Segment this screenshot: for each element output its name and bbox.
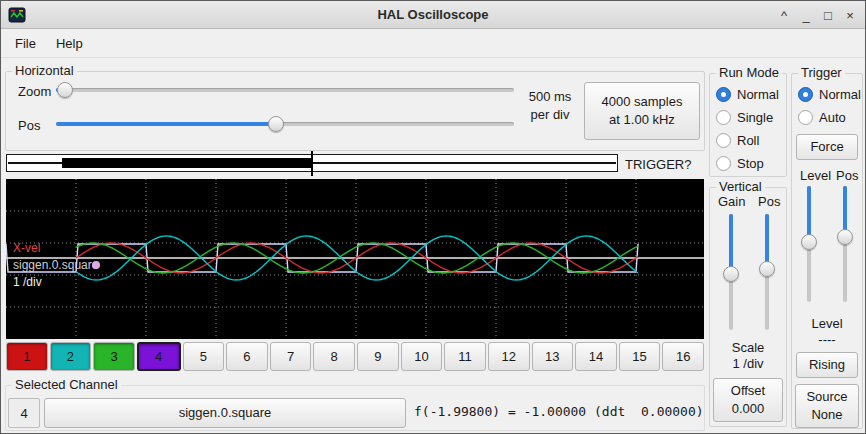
channel-number: 7 (287, 349, 294, 364)
trigger-level-caption: Level (792, 316, 862, 331)
channel-button-16[interactable]: 16 (662, 342, 704, 371)
minimize-button[interactable]: _ (795, 4, 817, 26)
record-captured-bar (62, 158, 312, 168)
pos-slider[interactable] (56, 114, 514, 134)
radio-icon[interactable] (716, 110, 731, 125)
run-mode-stop[interactable]: Stop (716, 155, 764, 171)
trigger-level-value: ---- (792, 332, 862, 347)
pos-slider-fill (56, 122, 276, 126)
channel-number: 5 (200, 349, 207, 364)
channel-source-button[interactable]: siggen.0.square (44, 398, 406, 428)
channel-button-7[interactable]: 7 (270, 342, 312, 371)
radio-icon[interactable] (716, 156, 731, 171)
samples-line2: at 1.00 kHz (609, 111, 675, 129)
channel-number: 13 (545, 349, 559, 364)
shade-button[interactable]: ^ (773, 4, 795, 26)
selected-channel-number: 4 (8, 398, 40, 428)
radio-icon[interactable] (716, 133, 731, 148)
selected-channel-label: Selected Channel (12, 377, 121, 392)
trigger-auto[interactable]: Auto (798, 109, 846, 125)
channel-button-8[interactable]: 8 (313, 342, 355, 371)
trace-scale-label: 1 /div (13, 275, 42, 289)
channel-button-13[interactable]: 13 (532, 342, 574, 371)
menu-item-file[interactable]: File (5, 32, 46, 55)
force-button[interactable]: Force (796, 134, 858, 160)
horizontal-group: Horizontal Zoom Pos 500 ms per div 4000 … (5, 71, 705, 151)
trigger-source-caption: Source (806, 388, 847, 406)
vertical-pos-slider-handle[interactable] (759, 261, 775, 277)
gain-slider-handle[interactable] (723, 266, 739, 282)
run-mode-group-label: Run Mode (716, 65, 782, 80)
trigger-pos-slider[interactable] (836, 186, 854, 302)
channel-button-11[interactable]: 11 (444, 342, 486, 371)
channel-button-12[interactable]: 12 (488, 342, 530, 371)
offset-caption: Offset (731, 382, 765, 400)
zoom-label: Zoom (18, 84, 51, 99)
channel-button-14[interactable]: 14 (575, 342, 617, 371)
trigger-level-slider-handle[interactable] (801, 234, 817, 250)
trigger-level-slider[interactable] (800, 186, 818, 302)
channel-number: 14 (589, 349, 603, 364)
radio-icon[interactable] (798, 110, 813, 125)
trigger-pos-label: Pos (836, 168, 858, 183)
samples-button[interactable]: 4000 samples at 1.00 kHz (584, 82, 700, 140)
scale-caption: Scale (710, 340, 786, 355)
channel-number: 4 (155, 349, 162, 364)
trigger-source-value: None (811, 406, 842, 424)
maximize-button[interactable]: □ (817, 4, 839, 26)
channel-number: 9 (374, 349, 381, 364)
channel-button-10[interactable]: 10 (401, 342, 443, 371)
run-mode-single[interactable]: Single (716, 109, 773, 125)
channel-button-9[interactable]: 9 (357, 342, 399, 371)
zoom-slider-track (56, 88, 514, 92)
trigger-edge-button[interactable]: Rising (796, 352, 858, 378)
scope-waveforms (6, 179, 704, 339)
trigger-source-button[interactable]: Source None (795, 384, 859, 428)
window-title: HAL Oscilloscope (1, 7, 865, 22)
channel-button-6[interactable]: 6 (226, 342, 268, 371)
channel-number: 3 (110, 349, 117, 364)
channel-button-1[interactable]: 1 (6, 342, 48, 371)
run-mode-normal[interactable]: Normal (716, 86, 779, 102)
trace-label-red: X-vel (13, 241, 40, 255)
offset-value: 0.000 (732, 400, 765, 418)
run-mode-roll[interactable]: Roll (716, 132, 759, 148)
radio-label: Single (737, 110, 773, 125)
radio-label: Normal (737, 87, 779, 102)
radio-icon[interactable] (716, 87, 731, 102)
trigger-normal[interactable]: Normal (798, 86, 861, 102)
channel-button-3[interactable]: 3 (93, 342, 135, 371)
offset-button[interactable]: Offset 0.000 (713, 378, 783, 422)
trigger-group-label: Trigger (798, 65, 845, 80)
zoom-slider[interactable] (56, 80, 514, 100)
trigger-level-label: Level (800, 168, 831, 183)
channel-number: 10 (414, 349, 428, 364)
zoom-slider-handle[interactable] (57, 82, 73, 98)
channel-button-2[interactable]: 2 (50, 342, 92, 371)
channel-button-4[interactable]: 4 (137, 342, 181, 371)
scale-value: 1 /div (710, 356, 786, 371)
channel-button-15[interactable]: 15 (619, 342, 661, 371)
samples-line1: 4000 samples (602, 93, 683, 111)
gain-label: Gain (718, 194, 745, 209)
radio-icon[interactable] (798, 87, 813, 102)
app-icon (8, 6, 26, 24)
close-button[interactable]: × (839, 4, 861, 26)
radio-label: Stop (737, 156, 764, 171)
per-div-line2: per div (520, 106, 580, 124)
vertical-group: Vertical Gain Pos Scale 1 /div Offset 0.… (709, 187, 787, 427)
channel-number: 6 (243, 349, 250, 364)
vertical-pos-slider[interactable] (758, 214, 776, 330)
pos-label: Pos (18, 118, 40, 133)
gain-slider[interactable] (722, 214, 740, 330)
channel-button-row: 1 2 3 4 5 6 7 8 9 10 11 12 13 14 15 16 (6, 342, 704, 371)
trigger-pos-slider-handle[interactable] (837, 229, 853, 245)
pos-slider-handle[interactable] (268, 116, 284, 132)
menu-item-help[interactable]: Help (46, 32, 93, 55)
record-timeline (6, 154, 618, 172)
trigger-position-marker (311, 151, 313, 176)
gain-slider-fill (729, 214, 733, 274)
vertical-pos-label: Pos (758, 194, 780, 209)
channel-button-5[interactable]: 5 (183, 342, 225, 371)
channel-number: 2 (67, 349, 74, 364)
